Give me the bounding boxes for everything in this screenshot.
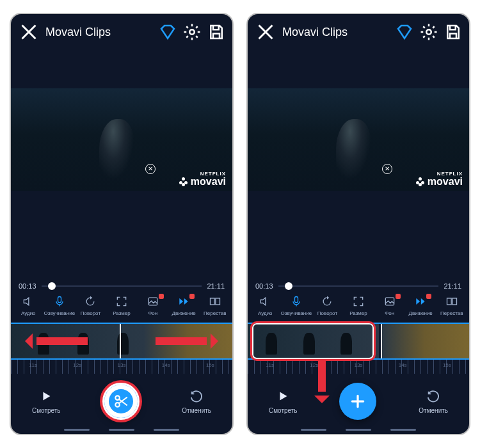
diamond-icon	[395, 22, 414, 42]
cut-fab[interactable]	[102, 383, 140, 420]
playhead[interactable]	[120, 323, 121, 360]
premium-button[interactable]	[395, 20, 414, 44]
tool-voice[interactable]: Озвучивание	[45, 295, 75, 316]
tool-motion[interactable]: Движение	[169, 295, 199, 316]
ruler-mark: 14s	[399, 362, 407, 368]
cancel-button[interactable]: Отменить	[182, 389, 211, 414]
play-icon	[39, 389, 53, 403]
svg-rect-9	[385, 298, 394, 305]
progress-thumb[interactable]	[48, 282, 56, 290]
tool-row: Аудио Озвучивание Поворот Размер Фон Дви…	[248, 290, 469, 319]
tool-label: Аудио	[21, 310, 36, 316]
top-bar: Movavi Clips	[11, 14, 232, 50]
time-total: 21:11	[444, 282, 461, 290]
plus-icon	[349, 393, 366, 410]
settings-button[interactable]	[182, 20, 202, 44]
tool-label: Поворот	[317, 310, 337, 316]
tool-size[interactable]: Размер	[344, 295, 374, 316]
ruler-mark: 13s	[118, 362, 126, 368]
app-title: Movavi Clips	[45, 26, 153, 39]
remove-watermark-icon[interactable]: ✕	[145, 164, 156, 174]
svg-rect-1	[58, 297, 61, 303]
ruler-mark: 12s	[73, 362, 81, 368]
scissors-icon	[113, 393, 129, 410]
screenshot-right: Movavi Clips ✕ NETFLIX movavi	[246, 13, 470, 435]
preview-frame: ✕ NETFLIX movavi	[248, 88, 469, 191]
annotation-arrow-down	[318, 360, 326, 392]
image-icon	[383, 295, 396, 308]
ruler-mark: 15s	[443, 362, 451, 368]
video-preview[interactable]: ✕ NETFLIX movavi	[248, 88, 469, 191]
ruler-mark: 12s	[310, 362, 318, 368]
time-ruler: 11s 12s 13s 14s 15s	[248, 360, 469, 374]
tool-rotate[interactable]: Поворот	[312, 295, 342, 316]
tool-reorder[interactable]: Перестав	[436, 295, 467, 316]
progress-track[interactable]	[278, 285, 439, 287]
diamond-icon	[158, 22, 177, 42]
tool-label: Озвучивание	[44, 310, 76, 316]
timeline-area: 11s 12s 13s 14s 15s	[11, 323, 232, 374]
svg-rect-10	[447, 298, 451, 305]
settings-button[interactable]	[419, 20, 438, 44]
tool-audio[interactable]: Аудио	[250, 295, 280, 316]
playhead[interactable]	[381, 323, 382, 360]
tool-motion[interactable]: Движение	[406, 295, 436, 316]
badge-icon	[189, 294, 195, 299]
annotation-arrow-right	[156, 337, 207, 345]
expand-icon	[352, 295, 365, 308]
cancel-label: Отменить	[419, 407, 448, 414]
progress-thumb[interactable]	[285, 282, 292, 290]
save-button[interactable]	[444, 20, 463, 44]
ruler-mark: 13s	[355, 362, 363, 368]
video-preview[interactable]: ✕ NETFLIX movavi	[11, 88, 232, 191]
tool-label: Аудио	[258, 310, 273, 316]
cancel-label: Отменить	[182, 407, 211, 414]
watch-label: Смотреть	[269, 407, 298, 414]
watch-button[interactable]: Смотреть	[32, 389, 61, 414]
premium-button[interactable]	[158, 20, 177, 44]
rotate-icon	[84, 295, 97, 308]
cancel-button[interactable]: Отменить	[419, 389, 448, 414]
watch-button[interactable]: Смотреть	[269, 389, 298, 414]
save-button[interactable]	[207, 20, 226, 44]
tool-label: Размер	[349, 310, 367, 316]
progress-track[interactable]	[42, 285, 202, 287]
badge-icon	[396, 294, 401, 299]
remove-watermark-icon[interactable]: ✕	[382, 164, 392, 174]
tool-voice[interactable]: Озвучивание	[282, 295, 312, 316]
gear-icon	[182, 22, 202, 42]
image-icon	[147, 295, 159, 308]
app-title: Movavi Clips	[282, 26, 390, 39]
svg-point-0	[189, 29, 195, 35]
ruler-mark: 11s	[29, 362, 37, 368]
tool-rotate[interactable]: Поворот	[76, 295, 106, 316]
rotate-icon	[321, 295, 333, 308]
top-bar: Movavi Clips	[248, 14, 469, 50]
speaker-icon	[22, 295, 35, 308]
tool-background[interactable]: Фон	[374, 295, 404, 316]
play-icon	[276, 389, 290, 403]
bottom-bar: Смотреть Отменить	[11, 374, 232, 434]
badge-icon	[159, 294, 164, 299]
tool-label: Движение	[172, 310, 196, 316]
svg-point-7	[426, 29, 431, 35]
screenshot-left: Movavi Clips ✕ NETFLIX movavi	[10, 13, 234, 435]
tool-label: Перестав	[204, 310, 226, 316]
scrubber[interactable]: 00:13 21:11	[11, 282, 232, 290]
bottom-bar: Смотреть Отменить	[248, 374, 469, 434]
close-button[interactable]	[17, 20, 40, 44]
tool-audio[interactable]: Аудио	[13, 295, 44, 316]
svg-rect-4	[216, 298, 220, 305]
add-fab[interactable]	[339, 383, 376, 420]
tool-background[interactable]: Фон	[138, 295, 168, 316]
scrubber[interactable]: 00:13 21:11	[248, 282, 469, 290]
svg-rect-8	[294, 297, 298, 303]
tool-reorder[interactable]: Перестав	[200, 295, 230, 316]
nav-bar	[294, 429, 422, 431]
swap-icon	[209, 295, 221, 308]
close-icon	[254, 20, 277, 44]
badge-icon	[426, 294, 431, 299]
tool-size[interactable]: Размер	[107, 295, 137, 316]
tool-label: Фон	[385, 310, 394, 316]
close-button[interactable]	[254, 20, 277, 44]
